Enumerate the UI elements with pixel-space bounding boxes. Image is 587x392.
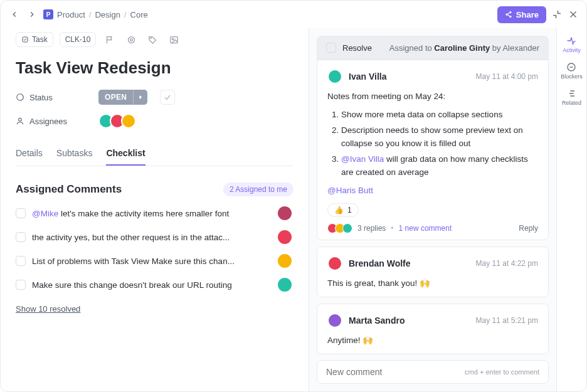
breadcrumb: P Product / Design / Core xyxy=(43,9,148,19)
target-icon xyxy=(127,35,136,45)
comment-text: Make sure this change doesn't break our … xyxy=(32,280,272,290)
tag-icon xyxy=(148,35,157,45)
assignee-avatars[interactable] xyxy=(98,114,136,129)
image-button[interactable] xyxy=(166,32,181,47)
nav-back-button[interactable] xyxy=(8,8,21,21)
breadcrumb-item[interactable]: Product xyxy=(57,10,85,19)
comment-time: May 11 at 4:22 pm xyxy=(476,259,538,268)
section-title: Assigned Comments xyxy=(16,183,122,196)
caret-right-icon xyxy=(137,94,144,100)
svg-point-0 xyxy=(510,12,511,13)
sprint-button[interactable] xyxy=(124,32,139,47)
rail-tab-blockers[interactable]: Blockers xyxy=(561,62,583,80)
replies-count[interactable]: 3 replies xyxy=(357,224,386,233)
comment-checkbox[interactable] xyxy=(16,256,26,266)
comment-checkbox[interactable] xyxy=(16,232,26,242)
image-icon xyxy=(169,35,179,45)
comment-body: Notes from meeting on May 24:Show more m… xyxy=(327,90,538,197)
avatar xyxy=(278,230,292,244)
status-icon xyxy=(16,93,24,102)
svg-point-10 xyxy=(151,38,151,38)
tab-checklist[interactable]: Checklist xyxy=(106,142,145,166)
svg-rect-7 xyxy=(23,37,28,42)
comment-row[interactable]: List of problems with Task View Make sur… xyxy=(16,252,292,270)
svg-point-2 xyxy=(510,16,511,18)
comment-text: List of problems with Task View Make sur… xyxy=(32,257,272,266)
task-type-chip[interactable]: Task xyxy=(16,32,53,47)
svg-line-3 xyxy=(507,13,510,14)
comment-text: @Mike let's make the activity items here… xyxy=(32,209,272,218)
check-icon xyxy=(163,93,172,102)
collapse-icon xyxy=(551,9,563,20)
avatar xyxy=(278,254,292,268)
svg-marker-14 xyxy=(140,95,142,99)
page-title: Task View Redesign xyxy=(16,58,294,78)
reaction-button[interactable]: 👍1 xyxy=(327,203,359,217)
comment-text: the activity yes, but the other request … xyxy=(32,233,272,242)
assigned-comments-list: @Mike let's make the activity items here… xyxy=(16,204,292,294)
complete-button[interactable] xyxy=(160,90,175,105)
space-icon: P xyxy=(43,9,53,19)
rail-tab-activity[interactable]: Activity xyxy=(563,36,581,53)
comment-composer[interactable]: cmd + enter to comment xyxy=(317,360,549,384)
svg-point-8 xyxy=(128,36,134,43)
comment-time: May 11 at 4:00 pm xyxy=(476,72,538,81)
comment-author: Ivan Villa xyxy=(349,72,386,82)
assigned-to-text: Assigned to Caroline Ginty by Alexander xyxy=(389,43,539,53)
tab-details[interactable]: Details xyxy=(16,142,43,166)
status-label: Status xyxy=(16,93,91,102)
status-pill[interactable]: OPEN xyxy=(98,90,147,105)
share-button[interactable]: Share xyxy=(497,6,546,23)
share-icon xyxy=(505,11,512,18)
side-rail: ActivityBlockersRelated xyxy=(556,28,586,391)
svg-point-12 xyxy=(172,38,174,40)
comment-checkbox[interactable] xyxy=(16,208,26,218)
comment-card: Brendan WolfeMay 11 at 4:22 pmThis is gr… xyxy=(317,246,549,297)
avatar xyxy=(278,278,292,292)
svg-point-9 xyxy=(130,38,133,41)
comment-time: May 11 at 5:21 pm xyxy=(476,316,538,325)
new-comment-count[interactable]: 1 new comment xyxy=(399,224,452,233)
tag-button[interactable] xyxy=(145,32,160,47)
comment-row[interactable]: the activity yes, but the other request … xyxy=(16,228,292,246)
tab-subtasks[interactable]: Subtasks xyxy=(56,142,93,166)
show-resolved-link[interactable]: Show 10 resolved xyxy=(16,304,80,314)
chevron-right-icon xyxy=(28,10,36,19)
avatar xyxy=(327,69,342,84)
task-icon xyxy=(21,36,29,43)
composer-hint: cmd + enter to comment xyxy=(465,368,539,376)
comment-checkbox[interactable] xyxy=(16,280,26,290)
task-id-chip[interactable]: CLK-10 xyxy=(60,32,97,47)
svg-point-1 xyxy=(506,14,507,15)
resolve-checkbox[interactable] xyxy=(326,43,336,53)
comment-input[interactable] xyxy=(326,367,465,377)
comment-row[interactable]: @Mike let's make the activity items here… xyxy=(16,204,292,223)
flag-button[interactable] xyxy=(102,32,117,47)
comment-card: Ivan VillaMay 11 at 4:00 pmNotes from me… xyxy=(317,60,549,240)
nav-forward-button[interactable] xyxy=(26,8,38,21)
comment-card: Marta SandroMay 11 at 5:21 pmAnytime! 🙌 xyxy=(317,304,549,354)
breadcrumb-item[interactable]: Core xyxy=(130,10,148,19)
tabs: DetailsSubtasksChecklist xyxy=(16,142,294,166)
chevron-left-icon xyxy=(10,10,19,19)
comment-body: This is great, thank you! 🙌 xyxy=(327,277,538,290)
comment-row[interactable]: Make sure this change doesn't break our … xyxy=(16,275,292,294)
flag-icon xyxy=(105,35,115,45)
assigned-badge: 2 Assigned to me xyxy=(223,183,294,196)
rail-tab-related[interactable]: Related xyxy=(562,88,581,106)
resolve-label: Resolve xyxy=(342,43,372,53)
resolve-bar: Resolve Assigned to Caroline Ginty by Al… xyxy=(317,36,549,60)
assignees-label: Assignees xyxy=(16,117,91,126)
comment-body: Anytime! 🙌 xyxy=(327,334,538,347)
avatar xyxy=(327,256,342,271)
collapse-button[interactable] xyxy=(551,9,563,20)
comment-author: Brendan Wolfe xyxy=(349,258,411,268)
share-button-label: Share xyxy=(516,10,539,19)
close-button[interactable] xyxy=(568,9,579,20)
svg-point-15 xyxy=(19,118,22,121)
avatar xyxy=(278,206,292,220)
breadcrumb-item[interactable]: Design xyxy=(95,10,120,19)
reply-button[interactable]: Reply xyxy=(519,224,538,233)
status-next-button[interactable] xyxy=(133,90,147,105)
svg-line-4 xyxy=(507,15,510,17)
